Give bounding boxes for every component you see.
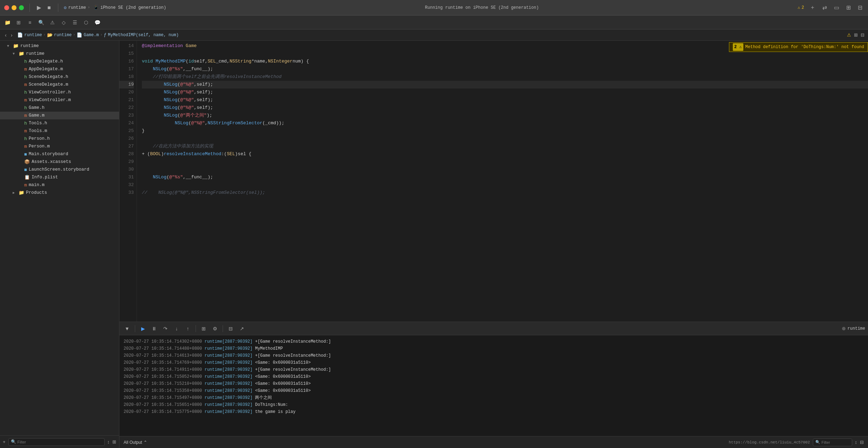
sidebar-item-person-m[interactable]: m Person.m xyxy=(0,143,119,150)
grid-view-button[interactable]: ⊞ xyxy=(14,18,23,27)
code-line-17: NSLog(@"%s",__func__); xyxy=(142,65,868,73)
title-sep-1 xyxy=(29,4,30,12)
sidebar-item-tools-h[interactable]: h Tools.h xyxy=(0,119,119,127)
breadcrumb-item-2[interactable]: 📂 runtime xyxy=(47,32,72,38)
sidebar-item-person-h[interactable]: h Person.h xyxy=(0,135,119,143)
breadcrumb-warning-button[interactable]: ⚠ xyxy=(847,32,851,38)
line-num-19: 19 xyxy=(119,81,134,88)
pause-button[interactable]: ⏸ xyxy=(149,324,159,334)
breadcrumb-item-1[interactable]: 📄 runtime xyxy=(17,32,42,38)
warning-toolbar-button[interactable]: ⚠ xyxy=(48,18,57,27)
line-num-22: 22 xyxy=(119,104,134,112)
code-line-20: NSLog(@"%@",self); xyxy=(142,88,868,96)
shape-button[interactable]: ⬡ xyxy=(81,18,91,27)
sidebar-item-main-storyboard[interactable]: ◼ Main.storyboard xyxy=(0,150,119,158)
step-in-button[interactable]: ↓ xyxy=(172,324,182,334)
title-bar: ▶ ■ ⚙ runtime › 📱 iPhone SE (2nd generat… xyxy=(0,0,868,15)
breadcrumb-sep-3: › xyxy=(100,33,102,37)
code-line-24: NSLog(@"%@",NSStringFromSelector(_cmd)); xyxy=(142,119,868,127)
all-output-button[interactable]: All Output ⌃ xyxy=(124,440,147,445)
sidebar-item-launchscreen[interactable]: ◼ LaunchScreen.storyboard xyxy=(0,166,119,173)
sort-button[interactable]: ↕ xyxy=(107,439,110,444)
run-button[interactable]: ▶ xyxy=(35,4,42,12)
sidebar-item-scenedelegate-m[interactable]: m SceneDelegate.m xyxy=(0,81,119,88)
main-area: ▼ 📁 runtime ▼ 📁 runtime h AppDelegate.h … xyxy=(0,41,868,448)
sidebar-item-appdelegate-h[interactable]: h AppDelegate.h xyxy=(0,58,119,65)
maximize-button[interactable] xyxy=(19,5,24,10)
expand-icon: ▼ xyxy=(7,44,11,48)
sidebar-item-main-m[interactable]: m main.m xyxy=(0,181,119,189)
sidebar-item-info-plist[interactable]: 📋 Info.plist xyxy=(0,173,119,181)
simulate-location-button[interactable]: ⊟ xyxy=(226,324,236,334)
share-debug-button[interactable]: ↗ xyxy=(237,324,247,334)
bookmark-button[interactable]: ◇ xyxy=(59,18,68,27)
sidebar-item-viewcontroller-m[interactable]: m ViewController.m xyxy=(0,96,119,104)
bottom-sep-3 xyxy=(223,325,223,332)
breadcrumb-sep-2: › xyxy=(73,33,75,37)
breadcrumb-back-button[interactable]: ‹ xyxy=(4,32,8,39)
breadcrumb-item-3[interactable]: 📄 Game.m xyxy=(77,32,99,38)
line-num-18: 18 xyxy=(119,73,134,81)
folder-open-button[interactable]: 📁 xyxy=(3,18,12,27)
scheme-selector[interactable]: ⚙ runtime › xyxy=(64,5,90,11)
all-output-chevron-icon: ⌃ xyxy=(144,440,147,445)
stop-button[interactable]: ■ xyxy=(46,4,52,12)
minimize-button[interactable] xyxy=(12,5,17,10)
hierarchy-button[interactable]: ≡ xyxy=(25,18,34,27)
search-toolbar-button[interactable]: 🔍 xyxy=(37,18,46,27)
sidebar-item-runtime[interactable]: ▼ 📁 runtime xyxy=(0,50,119,58)
console-sort-button[interactable]: ↕ xyxy=(855,440,857,445)
continue-button[interactable]: ▶ xyxy=(138,324,148,334)
sidebar-item-scenedelegate-h[interactable]: h SceneDelegate.h xyxy=(0,73,119,81)
code-editor[interactable]: 2 ⚠ Method definition for 'DoThings:Num:… xyxy=(137,41,868,322)
list-button[interactable]: ☰ xyxy=(70,18,79,27)
sidebar-item-root-runtime[interactable]: ▼ 📁 runtime xyxy=(0,42,119,50)
sidebar-item-assets[interactable]: 📦 Assets.xcassets xyxy=(0,158,119,166)
console-down-button[interactable]: ▼ xyxy=(122,324,132,334)
breadcrumb-panel-button[interactable]: ⊟ xyxy=(861,32,864,38)
sidebar-item-viewcontroller-h[interactable]: h ViewController.h xyxy=(0,88,119,96)
back-forward-button[interactable]: ⇄ xyxy=(821,4,828,12)
sidebar-item-game-h[interactable]: h Game.h xyxy=(0,104,119,112)
line-num-20: 20 xyxy=(119,88,134,96)
debug-memory-button[interactable]: ⚙ xyxy=(210,324,220,334)
add-button[interactable]: ＋ xyxy=(808,3,817,12)
sidebar-filter-input[interactable] xyxy=(18,440,102,444)
breadcrumb-forward-button[interactable]: › xyxy=(9,32,14,39)
chat-button[interactable]: 💬 xyxy=(93,18,102,27)
hierarchy-filter-button[interactable]: ⊞ xyxy=(112,439,116,444)
step-over-button[interactable]: ↷ xyxy=(160,324,170,334)
title-right-area: ⚠ 2 ＋ ⇄ ▭ ⊞ ⊟ xyxy=(798,3,864,12)
sidebar-item-tools-m[interactable]: m Tools.m xyxy=(0,127,119,135)
device-selector[interactable]: 📱 iPhone SE (2nd generation) xyxy=(93,5,166,10)
h-file-icon-person: h xyxy=(24,136,27,141)
debug-view-button[interactable]: ⊞ xyxy=(199,324,209,334)
step-out-button[interactable]: ↑ xyxy=(183,324,193,334)
console-line-1: 2020-07-27 10:35:14.714302+0800 runtime[… xyxy=(124,338,864,345)
editor-area: 14 15 16 17 18 19 20 21 22 23 24 25 26 2… xyxy=(119,41,868,322)
console-filter-input[interactable] xyxy=(822,440,850,444)
warning-badge[interactable]: ⚠ 2 xyxy=(798,5,804,10)
close-button[interactable] xyxy=(4,5,9,10)
breadcrumb-nav: ‹ › xyxy=(4,32,14,39)
runtime-process-label: runtime xyxy=(842,326,865,331)
breadcrumb-bar: ‹ › 📄 runtime › 📂 runtime › 📄 Game.m › ƒ… xyxy=(0,29,868,41)
sidebar-label-main-m: main.m xyxy=(29,183,45,187)
layout-panel-button[interactable]: ⊟ xyxy=(856,4,864,12)
main-toolbar: 📁 ⊞ ≡ 🔍 ⚠ ◇ ☰ ⬡ 💬 xyxy=(0,15,868,29)
sidebar-item-appdelegate-m[interactable]: m AppDelegate.m xyxy=(0,65,119,73)
sidebar-item-game-m[interactable]: m Game.m xyxy=(0,112,119,119)
sidebar-filter-box[interactable]: 🔍 xyxy=(8,438,105,446)
content-area: 14 15 16 17 18 19 20 21 22 23 24 25 26 2… xyxy=(119,41,868,448)
code-line-23: NSLog(@"两个之间"); xyxy=(142,112,868,119)
assets-icon: 📦 xyxy=(24,159,30,165)
sidebar-item-products[interactable]: ▶ 📁 Products xyxy=(0,189,119,197)
layout-single-button[interactable]: ▭ xyxy=(833,4,841,12)
breadcrumb-expand-button[interactable]: ⊞ xyxy=(854,32,858,38)
add-file-button[interactable]: + xyxy=(3,439,6,444)
breadcrumb-item-4[interactable]: ƒ MyMethodIMP(self, name, num) xyxy=(104,32,178,38)
storyboard-icon: ◼ xyxy=(24,151,27,157)
console-panel-button[interactable]: ⊟ xyxy=(860,440,864,445)
console-filter-box[interactable]: 🔍 xyxy=(813,439,852,446)
layout-split-button[interactable]: ⊞ xyxy=(845,4,852,12)
